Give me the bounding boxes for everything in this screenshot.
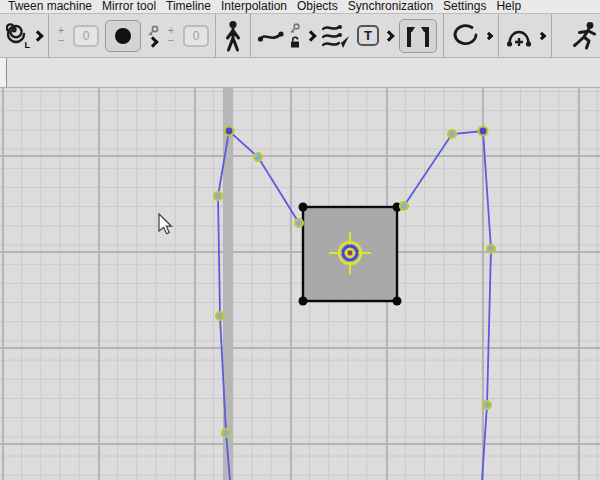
keyframe-point[interactable] <box>225 127 234 136</box>
panel-handle[interactable] <box>0 58 7 87</box>
corner-handle[interactable] <box>299 203 308 212</box>
toolbar-separator <box>551 14 552 58</box>
key-icon <box>147 25 159 37</box>
toolbar-group-arc <box>499 14 551 58</box>
toolbar: L + − 0 + − <box>0 14 600 58</box>
motion-path-icon[interactable] <box>257 26 285 46</box>
menu-item-synchronization[interactable]: Synchronization <box>343 0 438 13</box>
frame-count-stepper[interactable]: + − <box>165 26 177 45</box>
menu-item-help[interactable]: Help <box>491 0 526 13</box>
spiral-tool-icon[interactable]: L <box>6 23 28 49</box>
loop-circle-icon[interactable] <box>450 23 480 49</box>
path-waypoint[interactable] <box>254 153 262 161</box>
path-waypoint[interactable] <box>448 130 456 138</box>
path-waypoint[interactable] <box>222 429 230 437</box>
path-waypoint[interactable] <box>295 219 303 227</box>
expand-chevron-icon[interactable] <box>538 31 546 39</box>
text-tool-icon[interactable]: T <box>357 25 379 46</box>
dot-icon <box>115 28 131 44</box>
stepper-minus-button[interactable]: − <box>165 36 177 45</box>
running-person-icon[interactable] <box>572 21 598 51</box>
path-waypoint[interactable] <box>487 245 495 253</box>
key-count-field[interactable]: 0 <box>73 25 99 47</box>
motion-path-line[interactable] <box>218 131 491 480</box>
open-lock-icon <box>289 36 301 48</box>
expand-chevron-icon[interactable] <box>305 30 316 41</box>
expand-chevron-icon[interactable] <box>147 36 158 47</box>
expand-chevron-icon[interactable] <box>383 30 394 41</box>
bracket-icon <box>403 24 433 48</box>
path-waypoint[interactable] <box>216 312 224 320</box>
menu-bar: Tween machineMirror toolTimelineInterpol… <box>0 0 600 14</box>
toolbar-group-tween: L <box>0 14 48 58</box>
keyframe-point[interactable] <box>479 127 488 136</box>
corner-handle[interactable] <box>393 297 402 306</box>
toolbar-group-keys: + − 0 + − 0 <box>49 14 215 58</box>
stepper-minus-button[interactable]: − <box>55 36 67 45</box>
menu-item-settings[interactable]: Settings <box>438 0 491 13</box>
standing-person-icon[interactable] <box>222 20 244 52</box>
menu-item-timeline[interactable]: Timeline <box>161 0 216 13</box>
path-waypoint[interactable] <box>400 202 408 210</box>
viewport-canvas[interactable] <box>0 88 600 480</box>
expand-chevron-icon[interactable] <box>485 31 493 39</box>
spiral-tool-sub-label: L <box>25 40 31 50</box>
menu-item-mirror-tool[interactable]: Mirror tool <box>97 0 161 13</box>
frame-count-field[interactable]: 0 <box>183 25 209 47</box>
bracket-tool-button[interactable] <box>399 19 437 53</box>
app-window: Tween machineMirror toolTimelineInterpol… <box>0 0 600 480</box>
toolbar-group-character <box>216 14 250 58</box>
menu-item-interpolation[interactable]: Interpolation <box>216 0 292 13</box>
mouse-cursor <box>159 214 171 234</box>
scene-overlay <box>0 88 600 480</box>
edit-paths-icon[interactable] <box>321 22 351 50</box>
path-waypoint[interactable] <box>483 401 491 409</box>
expand-chevron-icon[interactable] <box>32 30 43 41</box>
toolbar-group-run <box>566 14 600 58</box>
corner-handle[interactable] <box>299 297 308 306</box>
path-waypoint[interactable] <box>214 192 222 200</box>
target-center-dot <box>348 251 353 256</box>
path-lock-control[interactable] <box>289 23 301 48</box>
secondary-toolbar <box>0 58 600 88</box>
key-icon <box>289 23 301 35</box>
toolbar-group-loop <box>444 14 498 58</box>
menu-item-objects[interactable]: Objects <box>292 0 343 13</box>
menu-item-tween-machine[interactable]: Tween machine <box>3 0 97 13</box>
key-expand-control[interactable] <box>147 25 159 46</box>
toolbar-group-paths: T <box>251 14 443 58</box>
add-arc-icon[interactable] <box>505 23 533 49</box>
keyframe-dot-button[interactable] <box>105 20 141 52</box>
key-count-stepper[interactable]: + − <box>55 26 67 45</box>
